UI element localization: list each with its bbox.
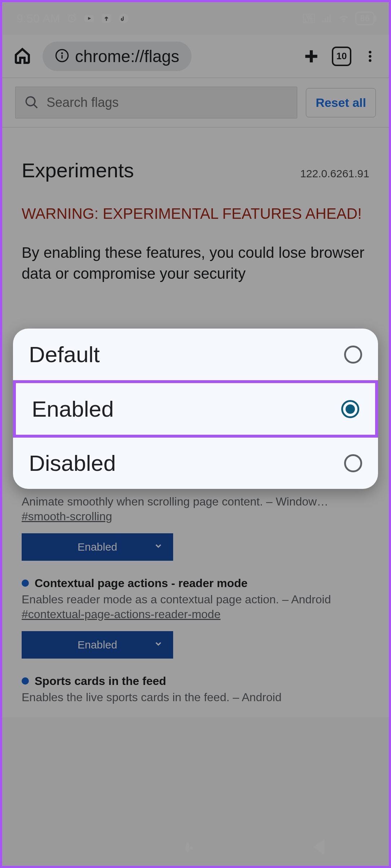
- overflow-menu-icon[interactable]: [363, 49, 377, 64]
- tab-count: 10: [337, 51, 347, 62]
- flag-entry: Contextual page actions - reader mode En…: [22, 577, 369, 659]
- svg-point-4: [61, 52, 63, 54]
- flags-search-row: Search flags Reset all: [2, 78, 389, 127]
- flag-hash-link[interactable]: #smooth-scrolling: [22, 510, 112, 523]
- new-tab-button[interactable]: [302, 47, 320, 65]
- info-icon: [55, 48, 69, 64]
- dialog-option-default[interactable]: Default: [13, 329, 378, 381]
- upload-icon: [101, 13, 112, 24]
- flag-entry: Sports cards in the feed Enables the liv…: [22, 674, 369, 704]
- svg-rect-5: [61, 55, 62, 58]
- search-placeholder: Search flags: [47, 95, 119, 110]
- dialog-option-label: Disabled: [29, 450, 116, 476]
- chevron-down-icon: [154, 639, 163, 651]
- home-button[interactable]: [186, 845, 189, 851]
- back-button[interactable]: [312, 839, 328, 856]
- browser-toolbar: chrome://flags 10: [2, 35, 389, 78]
- radio-selected-icon: [341, 400, 359, 418]
- signal-icon: [321, 13, 332, 24]
- flag-state-select[interactable]: Enabled: [22, 533, 173, 561]
- search-icon: [24, 95, 39, 110]
- flag-entry: Animate smoothly when scrolling page con…: [22, 495, 369, 561]
- battery-percent: 86: [360, 13, 370, 23]
- dialog-option-label: Default: [29, 342, 100, 367]
- system-navbar: [2, 830, 389, 866]
- home-icon[interactable]: [14, 47, 31, 66]
- flag-state-value: Enabled: [78, 541, 117, 553]
- flag-title: Sports cards in the feed: [35, 674, 166, 688]
- experiments-heading: Experiments: [22, 159, 134, 182]
- search-flags-input[interactable]: Search flags: [15, 87, 297, 118]
- dialog-option-label: Enabled: [32, 396, 114, 422]
- chrome-version: 122.0.6261.91: [300, 168, 369, 180]
- alarm-icon: [66, 13, 78, 24]
- modified-dot-icon: [22, 677, 29, 685]
- chevron-down-icon: [154, 541, 163, 553]
- status-bar: 9:50 AM VoLTE 86: [2, 2, 389, 35]
- flag-title: Contextual page actions - reader mode: [35, 577, 247, 590]
- volte-icon: VoLTE: [303, 14, 315, 23]
- radio-unselected-icon: [344, 454, 362, 472]
- flag-description: Enables the live sports cards in the fee…: [22, 691, 369, 704]
- address-bar[interactable]: chrome://flags: [43, 42, 192, 71]
- youtube-icon: [83, 13, 95, 24]
- svg-point-7: [369, 55, 371, 57]
- flag-state-select[interactable]: Enabled: [22, 631, 173, 659]
- tab-switcher-button[interactable]: 10: [332, 47, 351, 66]
- svg-point-6: [369, 51, 371, 53]
- url-text: chrome://flags: [75, 47, 179, 66]
- modified-dot-icon: [22, 580, 29, 587]
- music-icon: [118, 13, 129, 24]
- wifi-icon: [338, 13, 350, 24]
- flag-state-dialog: Default Enabled Disabled: [13, 329, 378, 489]
- flag-hash-link[interactable]: #contextual-page-actions-reader-mode: [22, 608, 220, 621]
- status-time: 9:50 AM: [17, 12, 60, 25]
- warning-text: WARNING: EXPERIMENTAL FEATURES AHEAD!: [22, 204, 369, 224]
- dialog-option-disabled[interactable]: Disabled: [13, 437, 378, 489]
- warning-subtext: By enabling these features, you could lo…: [22, 242, 369, 284]
- reset-all-button[interactable]: Reset all: [306, 88, 376, 117]
- radio-unselected-icon: [344, 346, 362, 364]
- flag-description: Enables reader mode as a contextual page…: [22, 593, 369, 606]
- dialog-option-enabled[interactable]: Enabled: [13, 380, 378, 438]
- flag-state-value: Enabled: [78, 639, 117, 651]
- battery-indicator: 86: [355, 12, 374, 25]
- svg-point-8: [369, 59, 371, 62]
- flag-description: Animate smoothly when scrolling page con…: [22, 495, 369, 508]
